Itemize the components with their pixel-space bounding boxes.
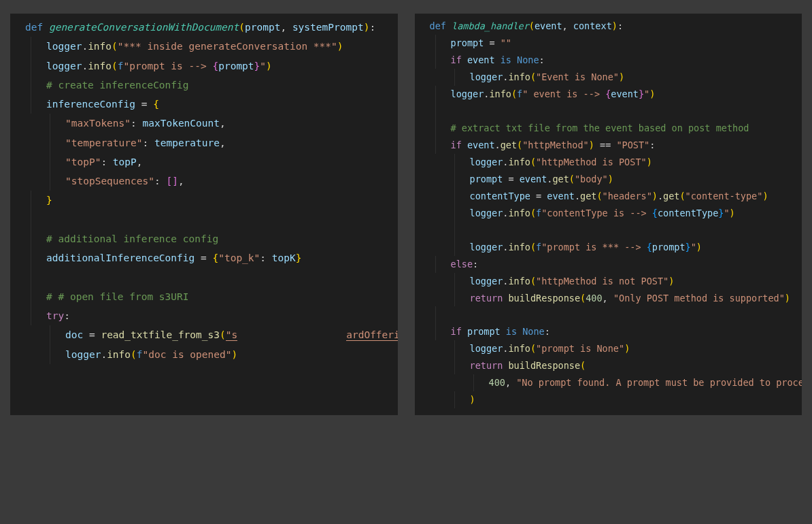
code-line: if event is None: [435, 52, 793, 69]
code-line: doc = read_txtfile_from_s3("sardOffering… [50, 325, 388, 344]
code-line: logger.info(f" event is --> {event}") [435, 86, 793, 103]
code-line: def generateConversationWithDocument(pro… [14, 18, 388, 37]
code-line: logger.info("prompt is None") [454, 340, 793, 357]
left-code-pane[interactable]: def generateConversationWithDocument(pro… [10, 14, 398, 415]
code-line: } [31, 191, 388, 210]
code-line: if event.get("httpMethod") == "POST": [435, 137, 793, 154]
code-line: logger.info(f"prompt is --> {prompt}") [31, 56, 388, 76]
code-line: "topP": topP, [50, 152, 388, 171]
blank-line [31, 267, 388, 286]
code-line: prompt = event.get("body") [454, 171, 793, 188]
code-line: contentType = event.get("headers").get("… [454, 188, 793, 205]
code-line: if prompt is None: [435, 323, 793, 340]
code-line: def lambda_handler(event, context): [419, 18, 793, 35]
code-line: logger.info(f"prompt is *** --> {prompt}… [454, 239, 793, 256]
blank-line [435, 306, 793, 323]
code-line: logger.info("*** inside generateConversa… [31, 37, 388, 56]
code-line: # # open file from s3URI [31, 287, 388, 306]
code-line: logger.info("httpMethod is not POST") [454, 273, 793, 290]
blank-line [454, 222, 793, 239]
code-line: inferenceConfig = { [31, 95, 388, 114]
right-code-pane[interactable]: def lambda_handler(event, context): prom… [415, 14, 802, 415]
code-line: logger.info(f"contentType is --> {conten… [454, 205, 793, 222]
code-line: 400, "No prompt found. A prompt must be … [473, 374, 793, 391]
code-line: return buildResponse( [454, 357, 793, 374]
code-line: "stopSequences": [], [50, 171, 388, 191]
code-line: try: [31, 306, 388, 325]
code-line: logger.info(f"doc is opened") [50, 345, 388, 364]
code-line: logger.info("Event is None") [454, 69, 793, 86]
blank-line [31, 210, 388, 229]
code-line: else: [435, 256, 793, 273]
code-line: # create inferenceConfig [31, 76, 388, 95]
code-line: # additional inference config [31, 229, 388, 248]
code-line: # extract txt file from the event based … [435, 120, 793, 137]
code-line: logger.info("httpMethod is POST") [454, 154, 793, 171]
code-line: additionalInferenceConfig = {"top_k": to… [31, 248, 388, 267]
code-line: return buildResponse(400, "Only POST met… [454, 290, 793, 307]
code-line: ) [454, 391, 793, 408]
code-line: prompt = "" [435, 35, 793, 52]
blank-line [435, 103, 793, 120]
code-line: "temperature": temperature, [50, 133, 388, 152]
code-line: "maxTokens": maxTokenCount, [50, 114, 388, 133]
